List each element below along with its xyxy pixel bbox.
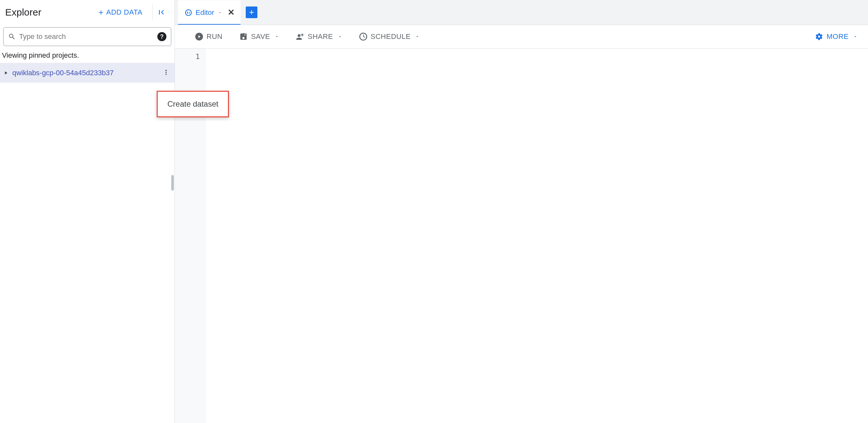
add-tab-button[interactable] bbox=[246, 6, 257, 18]
explorer-panel: Explorer + ADD DATA ? Viewing pinned pro… bbox=[0, 0, 175, 423]
clock-icon bbox=[359, 32, 368, 41]
more-label: MORE bbox=[827, 32, 848, 41]
line-number: 1 bbox=[180, 53, 200, 61]
tabs-bar: Editor ✕ bbox=[175, 0, 868, 25]
svg-rect-5 bbox=[189, 12, 190, 13]
help-icon[interactable]: ? bbox=[157, 32, 166, 41]
project-more-menu-button[interactable] bbox=[161, 67, 170, 79]
close-tab-button[interactable]: ✕ bbox=[227, 7, 235, 18]
svg-point-0 bbox=[165, 70, 167, 71]
svg-point-1 bbox=[165, 72, 167, 73]
share-label: SHARE bbox=[308, 32, 333, 41]
save-button[interactable]: SAVE bbox=[239, 30, 280, 43]
svg-point-2 bbox=[165, 74, 167, 75]
search-icon bbox=[8, 33, 16, 40]
editor-body: 1 bbox=[175, 49, 868, 423]
run-button[interactable]: RUN bbox=[194, 30, 223, 43]
svg-point-7 bbox=[298, 34, 301, 37]
schedule-label: SCHEDULE bbox=[371, 32, 411, 41]
svg-point-3 bbox=[186, 10, 191, 16]
search-box[interactable]: ? bbox=[3, 27, 171, 46]
share-button[interactable]: SHARE bbox=[295, 30, 343, 43]
chevron-down-icon[interactable] bbox=[218, 11, 222, 15]
svg-rect-4 bbox=[187, 12, 188, 13]
expand-arrow-icon[interactable] bbox=[3, 70, 8, 76]
search-input[interactable] bbox=[19, 32, 154, 41]
code-editor[interactable] bbox=[205, 49, 868, 423]
collapse-panel-button[interactable] bbox=[152, 4, 169, 20]
gear-icon bbox=[815, 32, 823, 41]
more-vert-icon bbox=[163, 68, 169, 77]
scrollbar[interactable] bbox=[171, 175, 174, 191]
explorer-header: Explorer + ADD DATA bbox=[0, 0, 175, 25]
add-data-button[interactable]: + ADD DATA bbox=[95, 5, 146, 20]
add-data-label: ADD DATA bbox=[106, 8, 143, 17]
collapse-icon bbox=[156, 8, 165, 17]
project-name[interactable]: qwiklabs-gcp-00-54a45d233b37 bbox=[12, 69, 158, 77]
run-label: RUN bbox=[207, 32, 222, 41]
editor-panel: Editor ✕ RUN SAVE bbox=[175, 0, 868, 423]
share-icon bbox=[296, 32, 304, 41]
save-icon bbox=[239, 32, 248, 41]
play-icon bbox=[195, 32, 203, 41]
context-menu: Create dataset bbox=[157, 91, 229, 117]
chevron-down-icon bbox=[338, 34, 342, 39]
chevron-down-icon bbox=[853, 34, 858, 39]
explorer-title: Explorer bbox=[5, 7, 91, 18]
plus-icon: + bbox=[98, 7, 103, 18]
project-row[interactable]: qwiklabs-gcp-00-54a45d233b37 bbox=[0, 63, 175, 83]
create-dataset-menu-item[interactable]: Create dataset bbox=[167, 100, 218, 109]
tab-label: Editor bbox=[195, 8, 214, 17]
toolbar: RUN SAVE SHARE bbox=[175, 25, 868, 49]
viewing-pinned-text: Viewing pinned projects. bbox=[0, 49, 175, 63]
search-container: ? bbox=[0, 25, 175, 49]
more-button[interactable]: MORE bbox=[814, 30, 858, 43]
query-icon bbox=[185, 9, 192, 17]
editor-tab[interactable]: Editor ✕ bbox=[178, 0, 241, 25]
save-label: SAVE bbox=[251, 32, 270, 41]
chevron-down-icon bbox=[275, 34, 279, 39]
schedule-button[interactable]: SCHEDULE bbox=[359, 30, 421, 43]
chevron-down-icon bbox=[415, 34, 420, 39]
plus-icon bbox=[248, 9, 255, 16]
